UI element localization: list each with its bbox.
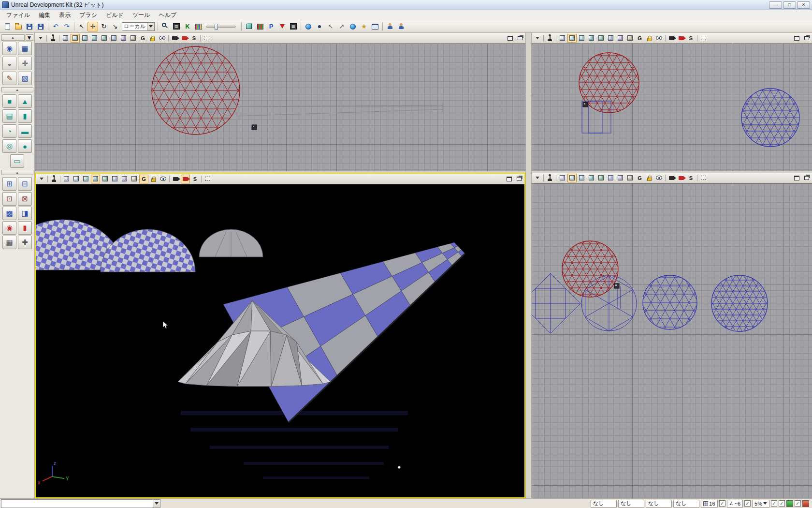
detail-lighting-mode-button[interactable] bbox=[596, 34, 606, 43]
show-flags-button[interactable] bbox=[159, 175, 168, 183]
editor-preferences-button[interactable] bbox=[370, 22, 380, 31]
realtime-checkbox[interactable]: ✓ bbox=[795, 500, 801, 507]
redo-button[interactable]: ↷ bbox=[61, 22, 72, 31]
light-complexity-mode-button[interactable] bbox=[119, 34, 128, 43]
viewport-front-canvas[interactable] bbox=[532, 44, 812, 171]
brush-wireframe-mode-button[interactable] bbox=[558, 34, 567, 43]
lit-mode-button[interactable] bbox=[91, 175, 100, 183]
viewport-type-button[interactable] bbox=[545, 34, 554, 43]
world-properties-button[interactable] bbox=[303, 22, 314, 31]
viewport-type-button[interactable] bbox=[48, 34, 58, 43]
menu-item-5[interactable]: ビルド bbox=[102, 10, 128, 21]
scale-snap-checkbox[interactable]: ✓ bbox=[771, 500, 777, 507]
close-button[interactable]: ✕ bbox=[797, 1, 810, 9]
texture-align-mode-button[interactable]: ▧ bbox=[18, 72, 32, 85]
play-on-pc-button[interactable] bbox=[277, 22, 288, 31]
csg-add-button[interactable]: ⊞ bbox=[2, 177, 16, 191]
select-all-brushes-button[interactable]: ▦ bbox=[2, 236, 16, 249]
camera-actor-button[interactable] bbox=[171, 175, 180, 183]
source-control-connect-button[interactable] bbox=[385, 22, 395, 31]
brush-wireframe-mode-button[interactable] bbox=[558, 174, 567, 182]
builder-card-button[interactable]: ▭ bbox=[10, 154, 24, 168]
content-browser-button[interactable] bbox=[193, 22, 204, 31]
wireframe-mode-button[interactable] bbox=[72, 175, 81, 183]
builder-sphere-button[interactable]: ● bbox=[18, 139, 32, 153]
status-combo[interactable] bbox=[1, 499, 160, 508]
unlit-mode-button[interactable] bbox=[577, 174, 586, 182]
show-flags-button[interactable] bbox=[158, 34, 167, 43]
undo-button[interactable]: ↶ bbox=[50, 22, 61, 31]
sentinel-stats-button[interactable] bbox=[348, 22, 358, 31]
lit-mode-button[interactable] bbox=[587, 174, 596, 182]
maximize-viewport-button[interactable] bbox=[506, 34, 515, 43]
viewport-type-button[interactable] bbox=[49, 175, 58, 183]
rotation-grid-checkbox[interactable]: ✓ bbox=[744, 500, 751, 507]
csg-deintersect-button[interactable]: ⊠ bbox=[18, 192, 32, 206]
locked-camera-button[interactable] bbox=[180, 34, 189, 43]
builder-staircase-button[interactable]: ▤ bbox=[2, 109, 16, 123]
squint-mode-button[interactable]: S bbox=[189, 34, 199, 43]
float-viewport-button[interactable] bbox=[515, 34, 524, 43]
float-viewport-button[interactable] bbox=[802, 174, 811, 182]
save-map-button[interactable] bbox=[24, 22, 35, 31]
camera-actor-button[interactable] bbox=[170, 34, 179, 43]
brush-wireframe-mode-button[interactable] bbox=[61, 34, 70, 43]
menu-item-4[interactable]: ブラシ bbox=[75, 10, 102, 21]
builder-sheet-button[interactable]: ▬ bbox=[18, 124, 32, 138]
builder-cone-button[interactable]: ▲ bbox=[18, 94, 32, 108]
game-view-button[interactable]: G bbox=[138, 34, 147, 43]
minimize-button[interactable]: — bbox=[769, 1, 782, 9]
viewport-type-button[interactable] bbox=[545, 174, 554, 182]
geometry-tools-button[interactable]: ✚ bbox=[18, 236, 32, 249]
squint-mode-button[interactable]: S bbox=[686, 174, 696, 182]
unlit-mode-button[interactable] bbox=[80, 34, 89, 43]
builder-cylinder-button[interactable]: ▮ bbox=[18, 109, 32, 123]
wireframe-mode-button[interactable] bbox=[567, 34, 577, 43]
menu-item-2[interactable]: 編集 bbox=[34, 10, 55, 21]
show-flags-button[interactable] bbox=[654, 174, 664, 182]
transform-mode-button[interactable]: ✛ bbox=[18, 57, 32, 70]
translate-tool-button[interactable]: ✛ bbox=[87, 22, 98, 31]
lighting-only-mode-button[interactable] bbox=[110, 175, 119, 183]
texture-density-mode-button[interactable] bbox=[129, 34, 138, 43]
new-map-button[interactable] bbox=[2, 22, 13, 31]
lock-viewport-button[interactable] bbox=[148, 34, 157, 43]
terrain-mode-button[interactable]: ◒ bbox=[2, 57, 16, 70]
squint-mode-button[interactable]: S bbox=[190, 175, 200, 183]
save-all-button[interactable] bbox=[35, 22, 46, 31]
menu-item-1[interactable]: ファイル bbox=[2, 10, 34, 21]
toolbox-dropdown[interactable]: ▼ bbox=[26, 34, 33, 41]
texture-density-mode-button[interactable] bbox=[625, 34, 635, 43]
slider-thumb[interactable] bbox=[215, 24, 218, 30]
csg-intersect-button[interactable]: ⊡ bbox=[2, 192, 16, 206]
maximize-viewport-button[interactable] bbox=[792, 34, 801, 43]
builder-cube-button[interactable]: ■ bbox=[2, 94, 16, 108]
builder-spiral-staircase-button[interactable]: ◎ bbox=[2, 139, 16, 153]
toolbox-collapse-bar[interactable]: ▲ bbox=[1, 34, 25, 41]
open-kismet-button[interactable]: K bbox=[182, 22, 193, 31]
wireframe-mode-button[interactable] bbox=[71, 34, 80, 43]
lock-viewport-button[interactable] bbox=[149, 175, 158, 183]
menu-item-7[interactable]: ヘルプ bbox=[154, 10, 181, 21]
lighting-only-mode-button[interactable] bbox=[109, 34, 118, 43]
matinee-list-button[interactable]: ↗ bbox=[336, 22, 347, 31]
lit-mode-button[interactable] bbox=[90, 34, 99, 43]
menu-item-6[interactable]: ツール bbox=[128, 10, 155, 21]
build-geometry-button[interactable] bbox=[244, 22, 254, 31]
rotate-tool-button[interactable]: ↻ bbox=[99, 22, 109, 31]
viewport-options-button[interactable] bbox=[37, 175, 46, 183]
viewport-options-button[interactable] bbox=[533, 34, 542, 43]
build-lighting-button[interactable] bbox=[255, 22, 265, 31]
unlit-mode-button[interactable] bbox=[577, 34, 586, 43]
lighting-only-mode-button[interactable] bbox=[606, 174, 615, 182]
viewport-top-canvas[interactable] bbox=[35, 44, 525, 171]
light-complexity-mode-button[interactable] bbox=[616, 174, 625, 182]
viewport-perspective-canvas[interactable]: xYz bbox=[36, 184, 524, 497]
lit-mode-button[interactable] bbox=[587, 34, 596, 43]
region-select-button[interactable] bbox=[202, 34, 211, 43]
find-actors-button[interactable] bbox=[160, 22, 171, 31]
brush-wireframe-mode-button[interactable] bbox=[62, 175, 71, 183]
detail-lighting-mode-button[interactable] bbox=[100, 34, 109, 43]
vertical-splitter[interactable] bbox=[525, 33, 532, 498]
play-in-editor-button[interactable]: P bbox=[266, 22, 276, 31]
